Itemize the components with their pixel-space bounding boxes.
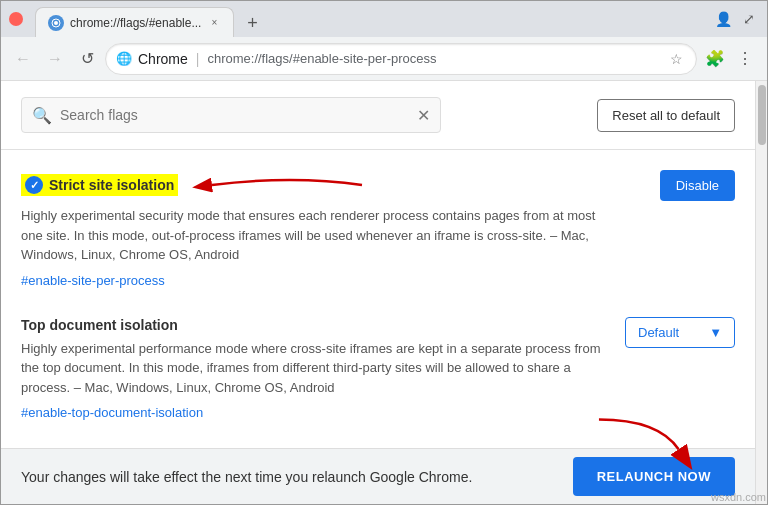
- flag-title-2: Top document isolation: [21, 317, 609, 333]
- nav-right-buttons: 🧩 ⋮: [701, 45, 759, 73]
- close-window-button[interactable]: [9, 12, 23, 26]
- content-area: 🔍 ✕ Reset all to default: [1, 81, 767, 504]
- flag-item-top-document-isolation: Top document isolation Highly experiment…: [21, 317, 735, 422]
- tab-label: chrome://flags/#enable...: [70, 16, 201, 30]
- search-input[interactable]: [60, 107, 409, 123]
- annotation-arrow-1: [192, 170, 372, 200]
- origin-label: Chrome: [138, 51, 188, 67]
- flag-item-strict-site-isolation: ✓ Strict site isolation: [21, 170, 735, 289]
- search-box[interactable]: 🔍 ✕: [21, 97, 441, 133]
- refresh-button[interactable]: ↺: [73, 45, 101, 73]
- menu-button[interactable]: ⋮: [731, 45, 759, 73]
- flag-control-2: Default ▼: [625, 317, 735, 348]
- disable-button[interactable]: Disable: [660, 170, 735, 201]
- reset-all-button[interactable]: Reset all to default: [597, 99, 735, 132]
- maximize-icon[interactable]: ⤢: [739, 9, 759, 29]
- default-select[interactable]: Default ▼: [625, 317, 735, 348]
- flag-control-1: Disable: [660, 170, 735, 201]
- flag-row-2: Top document isolation Highly experiment…: [21, 317, 735, 422]
- forward-button[interactable]: →: [41, 45, 69, 73]
- svg-point-1: [54, 21, 58, 25]
- search-icon: 🔍: [32, 106, 52, 125]
- flags-list: ✓ Strict site isolation: [1, 150, 755, 448]
- flag-desc-2: Highly experimental performance mode whe…: [21, 339, 601, 398]
- tab-favicon: [48, 15, 64, 31]
- back-button[interactable]: ←: [9, 45, 37, 73]
- flag-row-1: ✓ Strict site isolation: [21, 170, 735, 289]
- address-bar[interactable]: 🌐 Chrome | chrome://flags/#enable-site-p…: [105, 43, 697, 75]
- bookmark-icon[interactable]: ☆: [666, 49, 686, 69]
- flag-title-row-1: ✓ Strict site isolation: [21, 170, 644, 200]
- secure-icon: 🌐: [116, 51, 132, 66]
- address-path[interactable]: chrome://flags/#enable-site-per-process: [207, 51, 436, 66]
- bottom-bar: Your changes will take effect the next t…: [1, 448, 755, 504]
- flag-link-1[interactable]: #enable-site-per-process: [21, 273, 165, 288]
- user-icon[interactable]: 👤: [713, 9, 733, 29]
- flag-title-highlight-1: ✓ Strict site isolation: [21, 174, 178, 196]
- active-tab[interactable]: chrome://flags/#enable... ×: [35, 7, 234, 37]
- scrollbar-thumb[interactable]: [758, 85, 766, 145]
- main-content: 🔍 ✕ Reset all to default: [1, 81, 755, 448]
- search-clear-button[interactable]: ✕: [417, 106, 430, 125]
- browser-window: chrome://flags/#enable... × + 👤 ⤢ ← → ↺ …: [0, 0, 768, 505]
- address-divider: |: [196, 51, 200, 67]
- tab-close-button[interactable]: ×: [207, 16, 221, 30]
- tab-bar: chrome://flags/#enable... × +: [27, 1, 709, 37]
- select-arrow-icon: ▼: [709, 325, 722, 340]
- window-controls: [9, 12, 23, 26]
- watermark: wsxdn.com: [711, 491, 766, 503]
- flag-text-2: Top document isolation Highly experiment…: [21, 317, 609, 422]
- address-bar-right: ☆: [666, 49, 686, 69]
- extensions-button[interactable]: 🧩: [701, 45, 729, 73]
- flag-text-1: ✓ Strict site isolation: [21, 170, 644, 289]
- bottom-message: Your changes will take effect the next t…: [21, 469, 472, 485]
- title-bar-right-controls: 👤 ⤢: [713, 9, 759, 29]
- navigation-bar: ← → ↺ 🌐 Chrome | chrome://flags/#enable-…: [1, 37, 767, 81]
- scrollbar[interactable]: [755, 81, 767, 504]
- flag-title-1: Strict site isolation: [49, 177, 174, 193]
- content-wrapper: 🔍 ✕ Reset all to default: [1, 81, 755, 504]
- flag-link-2[interactable]: #enable-top-document-isolation: [21, 405, 203, 420]
- new-tab-button[interactable]: +: [238, 9, 266, 37]
- flag-check-icon: ✓: [25, 176, 43, 194]
- title-bar: chrome://flags/#enable... × + 👤 ⤢: [1, 1, 767, 37]
- flag-desc-1: Highly experimental security mode that e…: [21, 206, 601, 265]
- flags-header: 🔍 ✕ Reset all to default: [1, 81, 755, 150]
- select-label: Default: [638, 325, 679, 340]
